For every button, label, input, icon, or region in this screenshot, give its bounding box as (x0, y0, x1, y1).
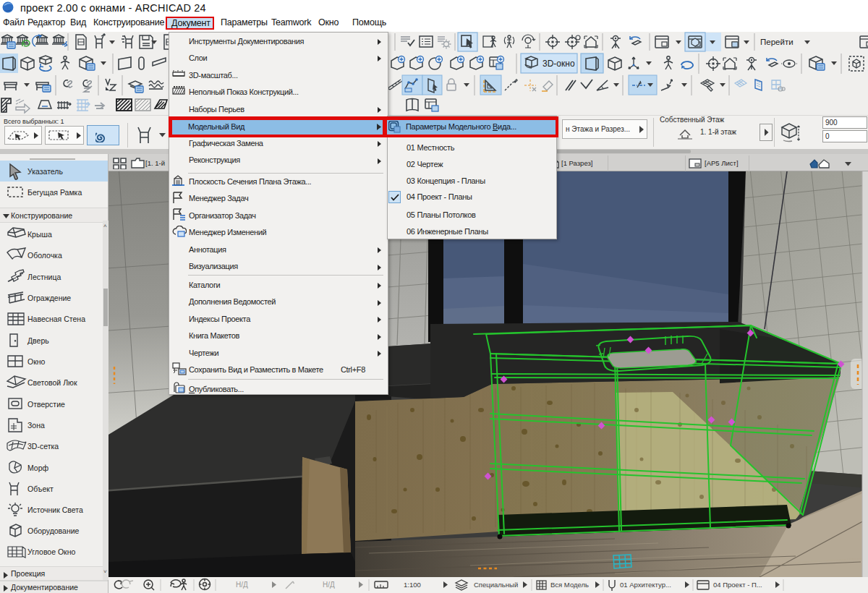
svg-text:Н/Д: Н/Д (236, 581, 248, 589)
svg-text:1:100: 1:100 (404, 581, 421, 589)
svg-text:Перейти: Перейти (760, 38, 793, 46)
svg-text:04 Проект - П...: 04 Проект - П... (713, 581, 762, 589)
svg-text:01 Архитектур...: 01 Архитектур... (620, 581, 671, 589)
svg-text:Специальный: Специальный (474, 581, 518, 589)
svg-text:Вся Модель: Вся Модель (550, 581, 589, 589)
svg-text:3D-окно: 3D-окно (542, 59, 575, 69)
svg-text:Н/Д: Н/Д (323, 581, 335, 589)
